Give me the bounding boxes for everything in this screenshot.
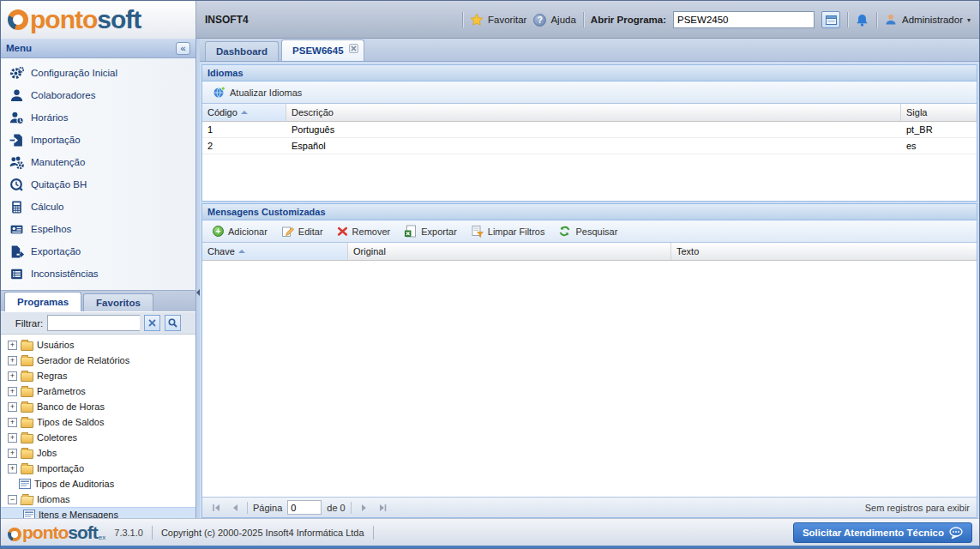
splitter-collapse-arrow-icon[interactable]	[196, 289, 200, 296]
pontosoft-logo-icon	[8, 9, 28, 30]
pesquisar-button[interactable]: Pesquisar	[553, 223, 622, 239]
first-page-button[interactable]	[209, 501, 223, 515]
menu-item-espelhos[interactable]: Espelhos	[1, 218, 195, 240]
header-separator	[847, 12, 848, 27]
menu-collapse-button[interactable]: «	[176, 42, 190, 55]
table-row[interactable]: 1 Português pt_BR	[202, 122, 977, 138]
menu-item-inconsistencias[interactable]: Inconsistências	[1, 262, 195, 285]
column-label: Sigla	[906, 107, 927, 118]
expand-icon[interactable]: +	[8, 402, 17, 412]
favorite-button[interactable]: Favoritar	[470, 13, 526, 27]
menu-item-importacao[interactable]: Importação	[1, 129, 195, 151]
menu-item-horarios[interactable]: Horários	[1, 106, 195, 129]
top-header: pontosoft INSOFT4 Favoritar ? Ajuda Abri…	[1, 1, 979, 39]
menu-item-colaboradores[interactable]: Colaboradores	[1, 84, 195, 106]
remover-button[interactable]: Remover	[332, 224, 396, 238]
user-icon	[884, 13, 898, 27]
column-header-codigo[interactable]: Código	[202, 104, 286, 121]
mensagens-title: Mensagens Customizadas	[207, 207, 326, 217]
tree-item-itens-e-mensagens[interactable]: Itens e Mensagens	[1, 507, 195, 518]
footer-logo-ponto: ponto	[22, 523, 68, 541]
menu-item-label: Horários	[31, 112, 68, 123]
page-number-input[interactable]	[287, 500, 322, 515]
support-button[interactable]: Solicitar Atendimento Técnico	[793, 522, 972, 543]
folder-icon	[21, 403, 33, 413]
header-separator	[462, 12, 463, 27]
refresh-search-icon	[558, 225, 571, 238]
expand-icon[interactable]: +	[8, 371, 17, 381]
filter-bar: Filtrar:	[1, 311, 195, 335]
notifications-button[interactable]	[855, 13, 869, 27]
column-header-descricao[interactable]: Descrição	[286, 104, 901, 121]
open-program-label: Abrir Programa:	[591, 15, 666, 25]
prev-page-button[interactable]	[228, 501, 242, 515]
empty-records-text: Sem registros para exibir	[865, 503, 970, 513]
tree-item-label: Parâmetros	[37, 386, 86, 396]
tree-item-idiomas[interactable]: −Idiomas	[1, 492, 195, 507]
menu-item-quitacao-bh[interactable]: Quitação BH	[1, 173, 195, 196]
tree-item-tipos-de-saldos[interactable]: +Tipos de Saldos	[1, 414, 195, 430]
prev-page-icon	[230, 503, 240, 513]
expand-icon[interactable]: +	[8, 418, 17, 427]
tab-programas[interactable]: Programas	[4, 292, 81, 311]
limpar-filtros-label: Limpar Filtros	[488, 226, 545, 237]
menu-item-exportacao[interactable]: Exportação	[1, 240, 195, 262]
atualizar-idiomas-button[interactable]: Atualizar Idiomas	[207, 84, 307, 100]
folder-icon	[21, 465, 33, 474]
footer: pontosoftex 7.3.1.0 Copyright (c) 2000-2…	[1, 518, 979, 548]
panel-splitter[interactable]	[196, 39, 200, 518]
tree-item-regras[interactable]: +Regras	[1, 368, 195, 383]
clock-icon	[9, 178, 24, 192]
help-button[interactable]: ? Ajuda	[533, 14, 575, 27]
last-page-button[interactable]	[376, 501, 389, 515]
filter-clear-button[interactable]	[144, 315, 160, 331]
menu-item-configuracao-inicial[interactable]: Configuração Inicial	[1, 62, 195, 84]
open-program-input[interactable]	[673, 11, 815, 28]
tab-psew6645[interactable]: PSEW6645	[281, 39, 364, 61]
next-page-button[interactable]	[357, 501, 370, 515]
page-of-label: de 0	[327, 503, 345, 513]
menu-item-manutencao[interactable]: Manutenção	[1, 151, 195, 173]
editar-button[interactable]: Editar	[276, 223, 328, 239]
excel-export-icon	[404, 225, 417, 238]
column-header-sigla[interactable]: Sigla	[901, 104, 977, 121]
expand-icon[interactable]: +	[8, 387, 17, 396]
open-program-button[interactable]	[821, 11, 840, 28]
tree-item-banco-de-horas[interactable]: +Banco de Horas	[1, 399, 195, 414]
tree-item-tipos-de-auditorias[interactable]: Tipos de Auditorias	[1, 476, 195, 492]
close-icon	[351, 45, 357, 51]
user-menu[interactable]: Administrador ▾	[884, 13, 971, 27]
help-label: Ajuda	[550, 15, 575, 25]
remove-x-icon	[337, 226, 348, 237]
tree-item-jobs[interactable]: +Jobs	[1, 445, 195, 461]
column-header-original[interactable]: Original	[348, 243, 671, 260]
tree-item-gerador-relatorios[interactable]: +Gerador de Relatórios	[1, 353, 195, 368]
limpar-filtros-button[interactable]: Limpar Filtros	[466, 223, 550, 239]
table-row[interactable]: 2 Español es	[202, 138, 977, 154]
filter-input[interactable]	[47, 315, 140, 331]
exportar-button[interactable]: Exportar	[399, 223, 462, 239]
tree-item-coletores[interactable]: +Coletores	[1, 430, 195, 445]
menu-item-calculo[interactable]: Cálculo	[1, 196, 195, 218]
expand-icon[interactable]: +	[8, 464, 17, 474]
footer-separator	[373, 526, 374, 540]
idiomas-panel-header: Idiomas	[202, 65, 977, 81]
calculator-icon	[9, 200, 24, 214]
tree-item-parametros[interactable]: +Parâmetros	[1, 383, 195, 399]
expand-icon[interactable]: +	[8, 356, 17, 365]
column-header-texto[interactable]: Texto	[671, 243, 977, 260]
tree-item-usuarios[interactable]: +Usuários	[1, 337, 195, 353]
collapse-minus-icon[interactable]: −	[8, 495, 17, 504]
filter-search-button[interactable]	[165, 315, 181, 331]
tab-content: Idiomas Atualizar Idiomas Código Descriç…	[200, 62, 979, 518]
expand-icon[interactable]: +	[8, 449, 17, 458]
expand-icon[interactable]: +	[8, 433, 17, 443]
tab-close-button[interactable]	[349, 44, 358, 53]
star-icon	[470, 13, 484, 27]
tab-favoritos[interactable]: Favoritos	[83, 293, 153, 311]
adicionar-button[interactable]: + Adicionar	[207, 224, 273, 238]
tree-item-importacao[interactable]: +Importação	[1, 461, 195, 476]
expand-icon[interactable]: +	[8, 341, 17, 350]
tab-dashboard[interactable]: Dashboard	[205, 41, 279, 61]
column-header-chave[interactable]: Chave	[202, 243, 348, 260]
